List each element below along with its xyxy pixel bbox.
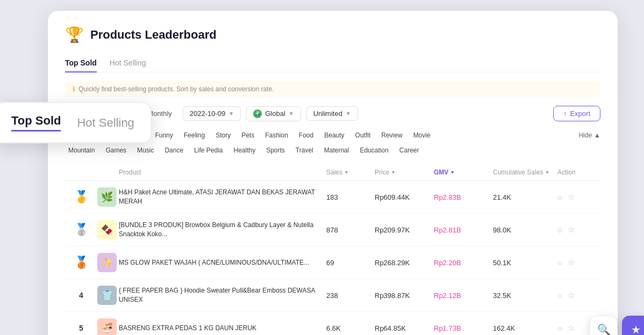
page-title: Products Leaderboard	[90, 28, 217, 42]
cat-games[interactable]: Games	[102, 145, 130, 156]
product-thumb-4: 👕	[97, 286, 117, 305]
cat-healthy[interactable]: Healthy	[230, 145, 259, 156]
tab-top-sold[interactable]: Top Sold	[65, 54, 97, 72]
tab-bar: Top Sold Hot Selling	[65, 54, 600, 72]
floating-tab-hot-selling[interactable]: Hot Selling	[77, 116, 134, 130]
fab-search-button[interactable]: 🔍	[590, 316, 618, 335]
table-row: 4 👕 { FREE PAPER BAG } Hoodie Sweater Pu…	[65, 279, 600, 312]
region-value: Global	[265, 110, 285, 118]
col-price[interactable]: Price ▼	[375, 169, 434, 176]
gmv-3: Rp2.20B	[434, 259, 493, 267]
actions-1: ○ ☆	[557, 192, 600, 202]
cat-pets[interactable]: Pets	[238, 130, 257, 141]
floating-tab-top-sold[interactable]: Top Sold	[11, 114, 61, 132]
info-bar: ℹ Quickly find best-selling products. So…	[65, 81, 600, 97]
limit-chevron-icon: ▼	[346, 111, 351, 116]
details-icon-1[interactable]: ○	[557, 193, 562, 202]
cat-dance[interactable]: Dance	[161, 145, 187, 156]
star-icon-2[interactable]: ☆	[568, 225, 575, 235]
sales-4: 238	[326, 292, 375, 300]
table-header: Product Sales ▼ Price ▼ GMV ▼ Cumulative…	[65, 164, 600, 181]
star-icon-4[interactable]: ☆	[568, 290, 575, 300]
cum-4: 32.5K	[493, 292, 557, 300]
cat-music[interactable]: Music	[134, 145, 157, 156]
cum-sort-icon: ▼	[545, 170, 549, 175]
product-thumb-2: 🍫	[97, 220, 117, 239]
cat-feeling[interactable]: Feeling	[181, 130, 208, 141]
global-icon: 🌍	[253, 110, 262, 118]
hide-label: Hide	[578, 132, 592, 139]
rank-2: 🥈	[65, 223, 97, 237]
cat-fashion[interactable]: Fashion	[262, 130, 291, 141]
cat-movie[interactable]: Movie	[410, 130, 434, 141]
cum-1: 21.4K	[493, 193, 557, 201]
sales-5: 6.6K	[326, 324, 375, 332]
export-label: Export	[570, 110, 590, 118]
cat-funny[interactable]: Funny	[152, 130, 176, 141]
col-action: Action	[557, 169, 600, 176]
cat-career[interactable]: Career	[396, 145, 423, 156]
product-thumb-3: ✨	[97, 253, 117, 272]
product-name-5: BASRENG EXTRA PEDAS 1 KG DAUN JERUK	[119, 324, 326, 333]
price-sort-icon: ▼	[391, 170, 396, 175]
col-gmv[interactable]: GMV ▼	[434, 169, 493, 176]
info-icon: ℹ	[73, 85, 75, 93]
product-name-1: H&H Paket Acne Ultimate, ATASI JERAWAT D…	[119, 188, 326, 206]
limit-value: Unlimited	[313, 110, 342, 118]
col-cum-sales[interactable]: Cumulative Sales ▼	[493, 169, 557, 176]
export-button[interactable]: ↑ Export	[553, 106, 600, 121]
cat-life-pedia[interactable]: Life Pedia	[191, 145, 226, 156]
cat-beauty[interactable]: Beauty	[321, 130, 347, 141]
gmv-2: Rp2.81B	[434, 226, 493, 234]
rank-4: 4	[65, 291, 97, 300]
details-icon-4[interactable]: ○	[557, 291, 562, 300]
details-icon-2[interactable]: ○	[557, 225, 562, 235]
cat-sports[interactable]: Sports	[263, 145, 288, 156]
gmv-4: Rp2.12B	[434, 292, 493, 300]
product-name-2: [BUNDLE 3 PRODUK] Browbox Belgium & Cadb…	[119, 221, 326, 239]
star-icon-5[interactable]: ☆	[568, 323, 575, 333]
cum-3: 50.1K	[493, 259, 557, 267]
floating-tab-card: Top Sold Hot Selling	[0, 102, 152, 143]
star-icon-3[interactable]: ☆	[568, 258, 575, 267]
details-icon-3[interactable]: ○	[557, 258, 562, 267]
price-1: Rp609.44K	[375, 193, 434, 201]
region-chevron-icon: ▼	[289, 111, 294, 116]
cat-review[interactable]: Review	[378, 130, 405, 141]
date-value: 2022-10-09	[190, 110, 226, 118]
sales-3: 69	[326, 259, 375, 267]
fab-star-button[interactable]: ★	[622, 316, 644, 335]
cat-maternal[interactable]: Maternal	[321, 145, 353, 156]
panel-header: 🏆 Products Leaderboard	[65, 26, 600, 43]
cat-outfit[interactable]: Outfit	[352, 130, 374, 141]
search-fab-icon: 🔍	[597, 323, 611, 335]
product-name-3: MS GLOW PAKET WAJAH ( ACNE/LUMINOUS/DNA/…	[119, 258, 326, 267]
date-chevron-icon: ▼	[228, 111, 234, 116]
limit-select[interactable]: Unlimited ▼	[306, 106, 358, 121]
table-row: 5 🍜 BASRENG EXTRA PEDAS 1 KG DAUN JERUK …	[65, 312, 600, 335]
gmv-5: Rp1.73B	[434, 324, 493, 332]
region-select[interactable]: 🌍 Global ▼	[246, 106, 300, 121]
gmv-sort-icon: ▼	[450, 170, 455, 175]
tab-hot-selling[interactable]: Hot Selling	[110, 54, 146, 72]
cum-5: 162.4K	[493, 324, 557, 332]
details-icon-5[interactable]: ○	[557, 324, 562, 333]
cat-education[interactable]: Education	[356, 145, 391, 156]
trophy-icon: 🏆	[65, 26, 84, 43]
floating-actions: 🔍 ★	[590, 316, 644, 335]
date-picker[interactable]: 2022-10-09 ▼	[183, 106, 241, 121]
cat-food[interactable]: Food	[296, 130, 317, 141]
actions-3: ○ ☆	[557, 258, 600, 267]
table-row: 🥇 🌿 H&H Paket Acne Ultimate, ATASI JERAW…	[65, 181, 600, 214]
cat-mountain[interactable]: Mountain	[65, 145, 98, 156]
product-name-4: { FREE PAPER BAG } Hoodie Sweater Pull&B…	[119, 286, 326, 304]
gmv-1: Rp2.83B	[434, 193, 493, 201]
star-icon-1[interactable]: ☆	[568, 192, 575, 202]
col-sales[interactable]: Sales ▼	[326, 169, 375, 176]
hide-button[interactable]: Hide ▲	[578, 132, 600, 139]
product-thumb-1: 🌿	[97, 187, 117, 207]
rank-5: 5	[65, 324, 97, 332]
cat-story[interactable]: Story	[212, 130, 234, 141]
col-product: Product	[119, 169, 326, 176]
cat-travel[interactable]: Travel	[292, 145, 317, 156]
